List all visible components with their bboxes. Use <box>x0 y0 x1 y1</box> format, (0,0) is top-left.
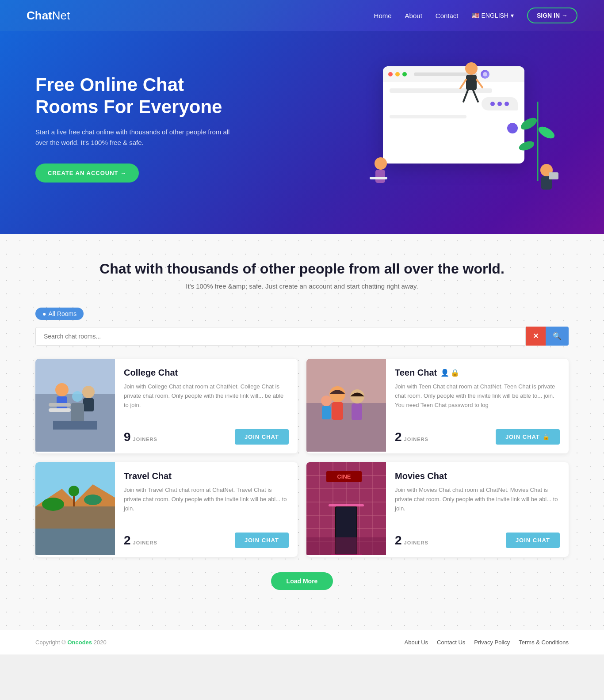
teen-card-title: Teen Chat 👤 🔒 <box>395 368 560 378</box>
section-subtitle: It's 100% free &amp; safe. Just create a… <box>35 282 569 290</box>
svg-rect-28 <box>306 403 386 452</box>
svg-line-5 <box>473 90 478 102</box>
teen-image-svg <box>306 359 386 452</box>
movies-join-button[interactable]: JOIN CHAT <box>506 533 560 548</box>
hero-illustration <box>348 57 569 199</box>
teen-card-desc: Join with Teen Chat chat room at ChatNet… <box>395 382 560 410</box>
svg-rect-21 <box>49 408 71 412</box>
college-card-title: College Chat <box>124 368 289 378</box>
movies-image-svg: CINE <box>306 462 386 555</box>
movies-card-footer: 2 JOINERS JOIN CHAT <box>395 533 560 548</box>
svg-point-33 <box>321 396 332 406</box>
svg-rect-20 <box>49 403 71 407</box>
search-container: ✕ 🔍 <box>35 327 569 346</box>
search-submit-button[interactable]: 🔍 <box>546 327 569 346</box>
tab-all-rooms[interactable]: ● All Rooms <box>35 308 84 320</box>
svg-text:CINE: CINE <box>337 473 351 480</box>
travel-card-body: Travel Chat Join with Travel Chat chat r… <box>115 462 298 557</box>
svg-rect-60 <box>329 504 364 506</box>
svg-point-8 <box>537 124 557 141</box>
teen-join-lock-icon: 🔒 <box>543 434 550 440</box>
section-title: Chat with thousands of other people from… <box>35 261 569 277</box>
svg-rect-11 <box>375 170 385 183</box>
travel-card-desc: Join with Travel Chat chat room at ChatN… <box>124 486 289 513</box>
create-account-button[interactable]: CREATE AN ACCOUNT → <box>35 164 139 183</box>
chevron-down-icon: ▾ <box>511 12 514 19</box>
movies-card-title: Movies Chat <box>395 471 560 481</box>
travel-card-footer: 2 JOINERS JOIN CHAT <box>124 533 289 548</box>
load-more-container: Load More <box>35 572 569 590</box>
svg-point-39 <box>84 495 102 505</box>
signin-button[interactable]: SIGN IN → <box>527 8 577 23</box>
hero-title: Free Online Chat Rooms For Everyone <box>35 74 239 118</box>
travel-joiners: 2 JOINERS <box>124 533 157 548</box>
movies-card-body: Movies Chat Join with Movies Chat chat r… <box>386 462 569 557</box>
teen-joiners: 2 JOINERS <box>395 430 428 444</box>
svg-point-9 <box>518 139 535 152</box>
teen-join-button[interactable]: JOIN CHAT 🔒 <box>496 429 560 445</box>
svg-point-22 <box>82 386 95 398</box>
rooms-grid: College Chat Join with College Chat chat… <box>35 359 569 557</box>
room-card-travel: Travel Chat Join with Travel Chat chat r… <box>35 462 298 557</box>
svg-point-7 <box>519 115 539 132</box>
nav-home[interactable]: Home <box>374 12 392 19</box>
svg-line-3 <box>477 80 482 88</box>
svg-rect-34 <box>322 406 331 419</box>
lock-icon: 🔒 <box>451 369 459 377</box>
teen-card-body: Teen Chat 👤 🔒 Join with Teen Chat chat r… <box>386 359 569 453</box>
svg-rect-30 <box>332 402 343 420</box>
search-clear-button[interactable]: ✕ <box>526 327 546 346</box>
illustration-svg <box>348 57 569 199</box>
room-image-travel <box>35 462 115 557</box>
movies-joiners: 2 JOINERS <box>395 533 428 548</box>
svg-rect-1 <box>466 75 477 90</box>
teen-joiners-count: 2 <box>395 430 402 444</box>
svg-rect-26 <box>53 421 97 430</box>
travel-card-title: Travel Chat <box>124 471 289 481</box>
footer-links: About Us Contact Us Privacy Policy Terms… <box>405 639 569 646</box>
footer-link-contact[interactable]: Contact Us <box>437 639 465 646</box>
private-icons: 👤 🔒 <box>440 369 459 377</box>
svg-rect-12 <box>370 177 387 179</box>
college-join-button[interactable]: JOIN CHAT <box>235 429 289 445</box>
movies-joiners-count: 2 <box>395 533 402 548</box>
brand-logo[interactable]: Chat Net <box>27 9 70 23</box>
load-more-button[interactable]: Load More <box>271 572 333 590</box>
hero-section: Free Online Chat Rooms For Everyone Star… <box>0 31 604 234</box>
room-card-teen: Teen Chat 👤 🔒 Join with Teen Chat chat r… <box>306 359 569 453</box>
college-joiners: 9 JOINERS <box>124 430 157 444</box>
college-joiners-label: JOINERS <box>133 437 157 442</box>
svg-line-4 <box>463 90 468 102</box>
travel-image-svg <box>35 462 115 555</box>
svg-line-2 <box>460 80 466 88</box>
movies-joiners-label: JOINERS <box>404 540 428 545</box>
room-card-movies: CINE Movies Chat Join with Movies Ch <box>306 462 569 557</box>
footer: Copyright © Oncodes 2020 About Us Contac… <box>0 630 604 654</box>
travel-joiners-count: 2 <box>124 533 131 548</box>
nav-links: Home About Contact 🇺🇸 ENGLISH ▾ SIGN IN … <box>374 8 577 23</box>
college-image-svg <box>35 359 115 452</box>
nav-about[interactable]: About <box>405 12 422 19</box>
room-image-teen <box>306 359 386 453</box>
flag-icon: 🇺🇸 <box>472 12 479 19</box>
footer-copyright: Copyright © Oncodes 2020 <box>35 639 107 646</box>
footer-link-privacy[interactable]: Privacy Policy <box>474 639 510 646</box>
footer-link-terms[interactable]: Terms & Conditions <box>519 639 569 646</box>
svg-point-0 <box>465 62 478 75</box>
nav-contact[interactable]: Contact <box>436 12 459 19</box>
college-joiners-count: 9 <box>124 430 131 444</box>
footer-link-about[interactable]: About Us <box>405 639 428 646</box>
teen-card-footer: 2 JOINERS JOIN CHAT 🔒 <box>395 429 560 445</box>
search-input[interactable] <box>35 327 526 346</box>
room-image-movies: CINE <box>306 462 386 557</box>
svg-rect-40 <box>35 529 115 555</box>
travel-joiners-label: JOINERS <box>133 540 157 545</box>
teen-joiners-label: JOINERS <box>404 437 428 442</box>
language-label: ENGLISH <box>482 12 508 19</box>
college-card-footer: 9 JOINERS JOIN CHAT <box>124 429 289 445</box>
svg-point-10 <box>375 157 387 170</box>
svg-rect-15 <box>549 172 558 179</box>
travel-join-button[interactable]: JOIN CHAT <box>235 533 289 548</box>
svg-point-38 <box>42 498 64 511</box>
language-selector[interactable]: 🇺🇸 ENGLISH ▾ <box>472 12 514 19</box>
